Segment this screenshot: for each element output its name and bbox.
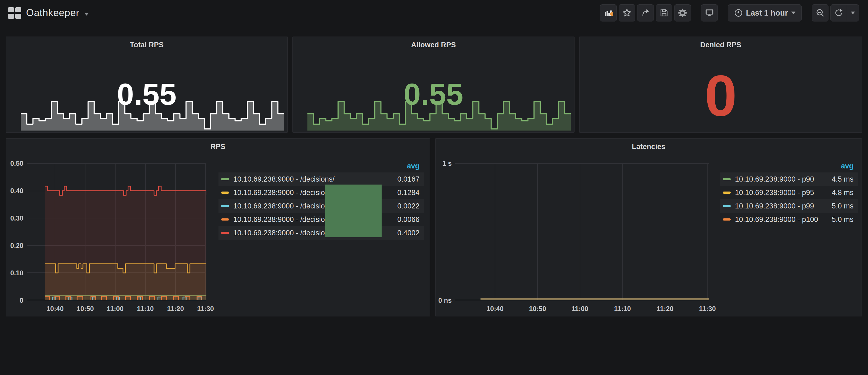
legend-avg-header[interactable]: avg: [407, 162, 420, 170]
legend-color-swatch[interactable]: [221, 178, 229, 180]
x-axis-tick: 11:00: [107, 305, 124, 313]
panel-title[interactable]: RPS: [6, 143, 430, 151]
panel-denied-rps: Denied RPS 0: [579, 36, 862, 133]
legend-row[interactable]: 10.10.69.238:9000 - p995.0 ms: [720, 199, 858, 213]
legend-color-swatch[interactable]: [723, 191, 731, 194]
panel-rps-graph: RPS 0.500.400.300.200.100 10:4010:5011:0…: [6, 138, 430, 316]
panel-allowed-rps: Allowed RPS 0.55: [292, 36, 575, 133]
legend-color-swatch[interactable]: [723, 178, 731, 180]
legend-series-label[interactable]: 10.10.69.238:9000 - p99: [735, 202, 814, 210]
grafana-dashboard-page: { "theme": { "background": "#161719", "p…: [0, 0, 868, 375]
legend-overlay-artifact: [325, 185, 381, 237]
magnifier-minus-icon: [815, 8, 825, 18]
x-axis-tick: 10:50: [76, 305, 94, 313]
clock-icon: [734, 9, 743, 17]
y-axis: 1 s0 ns: [436, 163, 452, 300]
y-axis-tick: 0.20: [10, 242, 23, 250]
refresh-interval-dropdown[interactable]: [847, 4, 859, 22]
legend-row[interactable]: 10.10.69.238:9000 - /decisions/0.0022: [218, 199, 424, 213]
y-axis-tick: 0.10: [10, 269, 23, 277]
panel-title[interactable]: Denied RPS: [580, 41, 862, 49]
refresh-dashboard-button[interactable]: [830, 4, 847, 22]
panel-title[interactable]: Allowed RPS: [293, 41, 574, 49]
panel-title[interactable]: Total RPS: [6, 41, 287, 49]
stat-value: 0.55: [6, 79, 287, 110]
star-dashboard-button[interactable]: [619, 4, 635, 22]
legend-color-swatch[interactable]: [221, 218, 229, 221]
star-icon: [622, 8, 631, 18]
legend-series-label[interactable]: 10.10.69.238:9000 - /decisions/: [233, 202, 335, 210]
add-panel-button[interactable]: [600, 4, 617, 22]
refresh-controls: [830, 4, 859, 22]
legend-row[interactable]: 10.10.69.238:9000 - /decisions/0.0167: [218, 173, 424, 186]
gear-icon: [678, 8, 687, 18]
legend-series-label[interactable]: 10.10.69.238:9000 - /decisions/: [233, 229, 335, 237]
legend-avg-value: 5.0 ms: [826, 202, 854, 210]
legend-color-swatch[interactable]: [221, 205, 229, 207]
legend-row[interactable]: 10.10.69.238:9000 - /decisions/0.4002: [218, 226, 424, 240]
dashboard-title[interactable]: Oathkeeper: [26, 7, 79, 19]
legend-avg-value: 5.0 ms: [826, 215, 854, 224]
chevron-down-icon: [84, 12, 89, 15]
time-range-picker[interactable]: Last 1 hour: [728, 4, 802, 22]
save-dashboard-button[interactable]: [656, 4, 672, 22]
legend-series-label[interactable]: 10.10.69.238:9000 - /decisions/: [233, 189, 335, 197]
legend-avg-value: 0.1284: [392, 189, 420, 197]
x-axis-tick: 10:40: [487, 305, 504, 313]
x-axis: 10:4010:5011:0011:1011:2011:30: [455, 305, 709, 316]
panel-latencies-graph: Latencies 1 s0 ns 10:4010:5011:0011:1011…: [435, 138, 862, 316]
toolbar: Last 1 hour: [598, 4, 859, 22]
legend-color-swatch[interactable]: [723, 205, 731, 207]
add-panel-icon: [603, 8, 613, 18]
legend-series-label[interactable]: 10.10.69.238:9000 - p100: [735, 215, 818, 224]
chevron-down-icon: [851, 11, 855, 14]
zoom-out-time-button[interactable]: [812, 4, 829, 22]
x-axis-tick: 11:10: [137, 305, 154, 313]
panel-title[interactable]: Latencies: [436, 143, 862, 151]
legend-color-swatch[interactable]: [723, 218, 731, 221]
y-axis-tick: 0.30: [10, 214, 23, 222]
legend-row[interactable]: 10.10.69.238:9000 - p1005.0 ms: [720, 213, 858, 226]
y-axis-tick: 0.40: [10, 187, 23, 195]
legend-color-swatch[interactable]: [221, 232, 229, 234]
legend-series-label[interactable]: 10.10.69.238:9000 - p90: [735, 175, 814, 184]
legend-series-label[interactable]: 10.10.69.238:9000 - /decisions/: [233, 175, 335, 184]
latencies-legend: avg10.10.69.238:9000 - p904.5 ms10.10.69…: [720, 162, 858, 226]
latencies-chart-plot[interactable]: [455, 163, 709, 300]
y-axis: 0.500.400.300.200.100: [6, 163, 23, 300]
legend-series-label[interactable]: 10.10.69.238:9000 - p95: [735, 189, 814, 197]
navbar: Oathkeeper: [0, 0, 868, 26]
x-axis: 10:4010:5011:0011:1011:2011:30: [27, 305, 206, 316]
legend-row[interactable]: 10.10.69.238:9000 - /decisions/0.1284: [218, 186, 424, 199]
legend-avg-value: 0.0066: [392, 215, 420, 224]
stat-value: 0: [580, 67, 862, 125]
legend-row[interactable]: 10.10.69.238:9000 - p954.8 ms: [720, 186, 858, 199]
dashboard-settings-button[interactable]: [674, 4, 691, 22]
y-axis-tick: 0 ns: [438, 296, 452, 304]
y-axis-tick: 0.50: [10, 160, 23, 167]
x-axis-tick: 11:10: [614, 305, 631, 313]
legend-avg-value: 0.0167: [392, 175, 420, 184]
legend-row[interactable]: 10.10.69.238:9000 - p904.5 ms: [720, 173, 858, 186]
rps-legend: avg10.10.69.238:9000 - /decisions/0.0167…: [218, 162, 424, 240]
x-axis-tick: 11:00: [571, 305, 589, 313]
share-icon: [641, 8, 650, 18]
rps-chart-plot[interactable]: [27, 163, 206, 300]
y-axis-tick: 0: [20, 296, 23, 304]
legend-series-label[interactable]: 10.10.69.238:9000 - /decisions/: [233, 215, 335, 224]
x-axis-tick: 11:30: [699, 305, 716, 313]
legend-avg-value: 4.8 ms: [826, 189, 854, 197]
panel-total-rps: Total RPS 0.55: [6, 36, 288, 133]
dashboard-title-menu[interactable]: Oathkeeper: [8, 7, 89, 19]
stat-value: 0.55: [293, 79, 574, 110]
share-dashboard-button[interactable]: [637, 4, 654, 22]
legend-color-swatch[interactable]: [221, 191, 229, 194]
time-range-label: Last 1 hour: [746, 9, 788, 18]
legend-avg-value: 0.4002: [392, 229, 420, 237]
cycle-view-mode-button[interactable]: [701, 4, 718, 22]
grafana-dashboards-grid-icon: [8, 7, 21, 19]
chevron-down-icon: [791, 11, 796, 14]
legend-row[interactable]: 10.10.69.238:9000 - /decisions/0.0066: [218, 213, 424, 226]
legend-avg-header[interactable]: avg: [841, 162, 854, 170]
x-axis-tick: 11:20: [167, 305, 184, 313]
